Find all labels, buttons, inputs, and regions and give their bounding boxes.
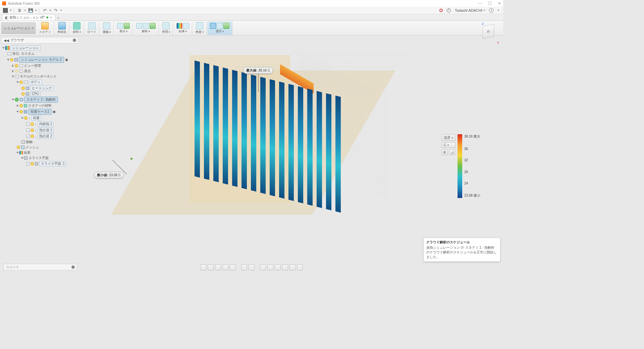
contact-icon <box>103 22 110 30</box>
gear-icon[interactable] <box>71 265 75 269</box>
ribbon-study[interactable]: スタディ <box>36 21 54 35</box>
tree-view-mgr[interactable]: ビュー管理 <box>1 63 78 68</box>
load-icon <box>88 22 96 30</box>
tree-origin[interactable]: 原点 <box>1 68 78 74</box>
title-bar: Autodesk Fusion 360 — ☐ ✕ <box>0 0 503 7</box>
ribbon-materials[interactable]: 材料▾ <box>70 21 84 35</box>
help-button[interactable]: ? <box>489 8 494 13</box>
app-title: Autodesk Fusion 360 <box>8 2 40 5</box>
layout-button[interactable] <box>249 264 255 270</box>
vis1-button[interactable] <box>260 264 266 270</box>
tree-loads[interactable]: ↓荷重 <box>1 115 78 121</box>
legend-unit-select[interactable]: C▾ <box>441 142 455 148</box>
legend-deform-button[interactable]: ◿ <box>449 149 455 155</box>
vis2-button[interactable] <box>267 264 273 270</box>
tree-intheat1[interactable]: ✓↓内部熱 1 <box>1 121 78 127</box>
ribbon-contact[interactable]: 接触▾ <box>100 21 114 35</box>
tree-conv1[interactable]: ✓↓熱伝達 1 <box>1 127 78 133</box>
tree-cpu[interactable]: CPU <box>1 91 78 96</box>
browser-title: ブラウザ <box>10 38 24 43</box>
new-tab-button[interactable]: + <box>55 15 61 20</box>
active-radio-icon[interactable] <box>65 58 68 61</box>
tree-contacts[interactable]: 接触 <box>1 139 78 145</box>
ribbon-select[interactable]: 選択▾ <box>207 21 232 35</box>
close-button[interactable]: ✕ <box>498 1 501 6</box>
tree-heatsink[interactable]: ヒートシンク <box>1 85 78 91</box>
ribbon-inspect[interactable]: 検査▾ <box>193 21 207 35</box>
viewport-3d[interactable]: 最大値: 38.16 C 最小値: 23.08 C <box>84 40 436 252</box>
document-tab[interactable]: ◧ 放熱シミュレ...ョン v9* ✕ <box>2 14 55 20</box>
result-legend: 温度▾ C▾ ⚙ ◿ 38.16 最大 36 32 28 24 23.08 最小 <box>441 134 498 198</box>
ribbon-simplify[interactable]: 単純化 <box>55 21 69 35</box>
zoom-button[interactable] <box>215 264 221 270</box>
paint-select-icon <box>223 23 229 29</box>
tree-mesh[interactable]: メッシュ <box>1 145 78 150</box>
quick-access-toolbar: ▾ 🗎▾ 💾▾ ↶▾ ↷▾ Tadashi ADACHI▾ ?▾ <box>0 7 503 14</box>
tree-sliceplane1[interactable]: ✓スライス平面 :1 <box>1 161 78 167</box>
checkbox-icon[interactable]: ✓ <box>26 122 30 126</box>
vis4-button[interactable] <box>282 264 288 270</box>
workspace-switcher[interactable]: シミュレーション▾ <box>1 22 36 34</box>
undo-button[interactable]: ↶ <box>42 7 48 13</box>
orbit-button[interactable] <box>200 264 206 270</box>
ribbon-load[interactable]: ロード <box>85 21 99 35</box>
tree-units[interactable]: 単位: カスタム <box>1 51 78 56</box>
save-button[interactable]: 💾 <box>27 7 34 13</box>
probe-min-tag[interactable]: 最小値: 23.08 C <box>94 172 124 179</box>
window-controls: — ☐ ✕ <box>478 1 501 6</box>
view-nav-bar <box>200 264 303 270</box>
user-menu[interactable]: Tadashi ADACHI▾ <box>455 8 485 12</box>
window-select-icon <box>210 23 216 29</box>
probe-max-tag[interactable]: 最大値: 38.16 C <box>243 67 273 74</box>
color-bar[interactable] <box>458 134 462 198</box>
record-icon[interactable] <box>439 9 443 12</box>
contour-icon <box>176 23 182 29</box>
active-radio-icon[interactable] <box>53 110 56 113</box>
job-status-icon[interactable] <box>447 8 451 12</box>
ribbon-results[interactable]: 結果▾ <box>174 21 192 35</box>
new-button[interactable]: 🗎 <box>16 7 23 13</box>
cube-icon[interactable]: 前 <box>483 24 494 39</box>
view-cube[interactable]: Z 前 X <box>482 25 498 42</box>
dropdown-icon: ▾ <box>10 9 11 12</box>
lookat-button[interactable] <box>230 264 236 270</box>
maximize-button[interactable]: ☐ <box>488 1 492 6</box>
ribbon-solve[interactable]: 解析▾ <box>133 21 159 35</box>
tree-sim-model[interactable]: シミュレーション モデル 1 <box>1 56 78 63</box>
close-tab-icon[interactable]: ✕ <box>50 16 52 19</box>
tree-root[interactable]: シミュレーション <box>1 45 78 51</box>
fit-button[interactable] <box>222 264 228 270</box>
ribbon-display[interactable]: 表示▾ <box>114 21 133 35</box>
comment-bar[interactable]: コメント <box>3 264 77 270</box>
gear-icon[interactable] <box>73 39 76 42</box>
panel-icon: ◧ <box>5 16 8 19</box>
vis6-button[interactable] <box>297 264 303 270</box>
display-mode-button[interactable] <box>241 264 247 270</box>
legend-quantity-select[interactable]: 温度▾ <box>441 134 455 141</box>
probe-leader <box>258 71 259 92</box>
tree-sliceplane[interactable]: スライス平面 <box>1 155 78 161</box>
browser-header[interactable]: ◀◀ ブラウザ <box>1 37 78 44</box>
app-menu-button[interactable] <box>2 7 9 13</box>
load-icon: ↓ <box>29 116 30 120</box>
probe-point-icon <box>130 158 132 160</box>
vis3-button[interactable] <box>275 264 281 270</box>
tree-model-comp[interactable]: モデルのコンポーネント <box>1 74 78 79</box>
notification-toast[interactable]: クラウド解析のスケジュール 放熱シミュレーション の スタディ 1 - 熱解析 … <box>423 238 500 262</box>
pan-button[interactable] <box>208 264 214 270</box>
tree-study1[interactable]: ✓スタディ 1 - 熱解析 <box>1 96 78 103</box>
browser-panel: ◀◀ ブラウザ シミュレーション 単位: カスタム シミュレーション モデル 1… <box>1 37 78 168</box>
legend-settings-button[interactable]: ⚙ <box>441 149 448 155</box>
tree-results[interactable]: 結果 <box>1 150 78 155</box>
minimize-button[interactable]: — <box>478 1 482 6</box>
redo-button[interactable]: ↷ <box>52 7 59 13</box>
tree-conv2[interactable]: ✓↓熱伝達 2 <box>1 133 78 139</box>
ribbon-manage[interactable]: 管理▾ <box>159 21 173 35</box>
user-name: Tadashi ADACHI <box>455 8 482 12</box>
tree-body[interactable]: ボディ <box>1 79 78 85</box>
tree-loadcase1[interactable]: 荷重ケース1 <box>1 108 78 115</box>
collapse-icon[interactable]: ◀◀ <box>4 39 9 42</box>
tree-study-materials[interactable]: スタディの材料 <box>1 103 78 108</box>
mesh-icon <box>136 23 142 29</box>
vis5-button[interactable] <box>289 264 296 270</box>
